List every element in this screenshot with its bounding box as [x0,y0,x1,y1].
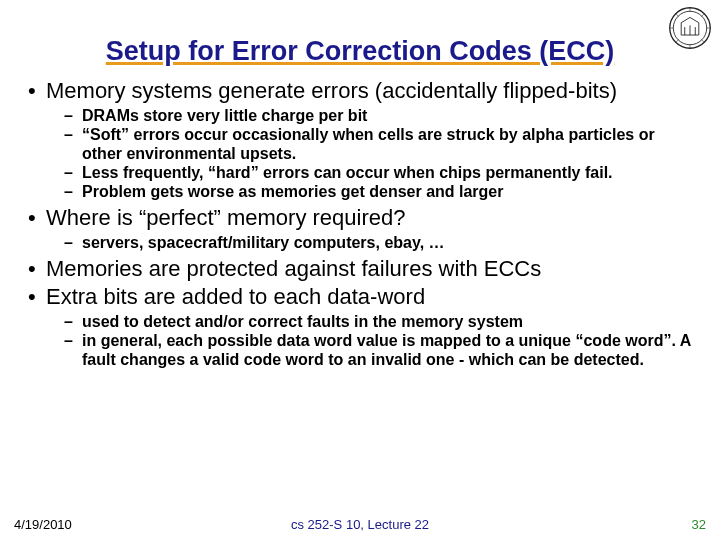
footer-page-number: 32 [692,517,706,532]
sub-text: used to detect and/or correct faults in … [82,312,523,331]
bullet-text: Memory systems generate errors (accident… [46,78,617,103]
bullet-item: • Memories are protected against failure… [28,256,692,282]
sub-text: Less frequently, “hard” errors can occur… [82,163,613,182]
bullet-text: Where is “perfect” memory required? [46,205,405,230]
sub-text: in general, each possible data word valu… [82,331,692,369]
dash-marker: – [64,233,82,252]
sub-text: DRAMs store very little charge per bit [82,106,367,125]
title-container: Setup for Error Correction Codes (ECC) [28,36,692,68]
sub-item: –“Soft” errors occur occasionally when c… [64,125,692,163]
bullet-marker: • [28,256,46,282]
footer-date: 4/19/2010 [14,517,72,532]
sub-item: –Problem gets worse as memories get dens… [64,182,692,201]
bullet-item: • Memory systems generate errors (accide… [28,78,692,201]
dash-marker: – [64,182,82,201]
bullet-item: • Extra bits are added to each data-word… [28,284,692,369]
slide-title: Setup for Error Correction Codes (ECC) [106,36,615,68]
dash-marker: – [64,125,82,144]
sub-list: –DRAMs store very little charge per bit … [28,106,692,201]
bullet-list: • Memory systems generate errors (accide… [28,78,692,369]
bullet-marker: • [28,284,46,310]
sub-item: –Less frequently, “hard” errors can occu… [64,163,692,182]
bullet-marker: • [28,78,46,104]
sub-text: Problem gets worse as memories get dense… [82,182,504,201]
sub-item: –in general, each possible data word val… [64,331,692,369]
sub-list: –servers, spacecraft/military computers,… [28,233,692,252]
bullet-marker: • [28,205,46,231]
footer-course: cs 252-S 10, Lecture 22 [291,517,429,532]
sub-item: –used to detect and/or correct faults in… [64,312,692,331]
sub-text: servers, spacecraft/military computers, … [82,233,445,252]
sub-text: “Soft” errors occur occasionally when ce… [82,125,692,163]
berkeley-seal-icon [668,6,712,50]
dash-marker: – [64,312,82,331]
footer: 4/19/2010 cs 252-S 10, Lecture 22 32 [0,517,720,532]
slide: Setup for Error Correction Codes (ECC) •… [0,0,720,540]
sub-item: –servers, spacecraft/military computers,… [64,233,692,252]
dash-marker: – [64,106,82,125]
dash-marker: – [64,331,82,350]
dash-marker: – [64,163,82,182]
sub-list: –used to detect and/or correct faults in… [28,312,692,369]
bullet-text: Extra bits are added to each data-word [46,284,425,309]
bullet-item: • Where is “perfect” memory required? –s… [28,205,692,252]
bullet-text: Memories are protected against failures … [46,256,541,281]
sub-item: –DRAMs store very little charge per bit [64,106,692,125]
